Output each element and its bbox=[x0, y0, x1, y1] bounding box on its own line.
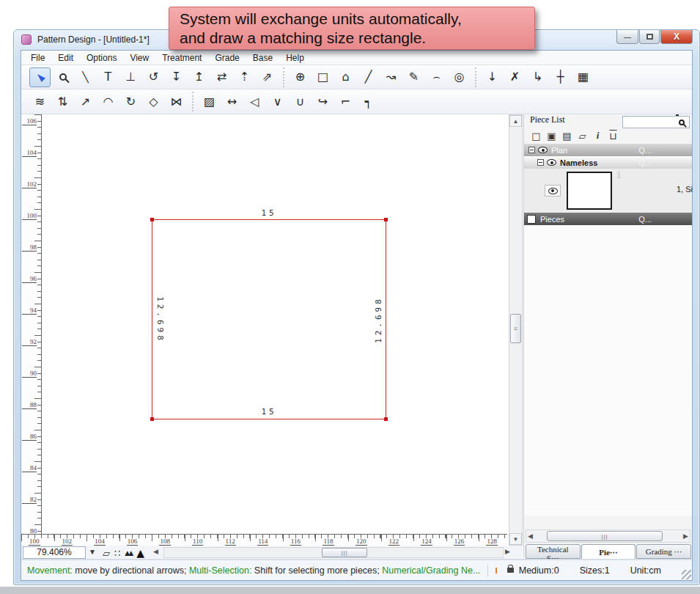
fold-tool[interactable]: ⋈ bbox=[166, 92, 187, 111]
scroll-left-button[interactable]: ◀ bbox=[528, 532, 533, 540]
visibility-eye-icon[interactable] bbox=[538, 147, 548, 153]
visibility-eye-icon[interactable] bbox=[547, 159, 556, 166]
skew-tool[interactable]: ⇗ bbox=[257, 67, 278, 87]
menu-view[interactable]: View bbox=[123, 51, 155, 65]
curve-tool[interactable]: ↝ bbox=[380, 67, 402, 87]
tab-technical-sheet[interactable]: Technical S⋯ bbox=[526, 544, 581, 559]
circle-dart-tool[interactable]: ∪ bbox=[290, 92, 311, 111]
piece-thumbnail[interactable] bbox=[567, 172, 612, 210]
panel-scroll-thumb[interactable]: ||| bbox=[547, 531, 663, 541]
select-tool[interactable]: ► bbox=[29, 67, 51, 87]
transform-box-tool[interactable]: ▦ bbox=[572, 67, 594, 87]
zoom-level-value[interactable]: 79.406% bbox=[23, 546, 86, 559]
move-y-tool[interactable]: ↥ bbox=[188, 67, 210, 87]
fan-dart-tool[interactable]: ∨ bbox=[267, 92, 288, 111]
tree-row-nameless[interactable]: Nameless Q... bbox=[524, 156, 692, 169]
canvas-horizontal-scrollbar[interactable]: ||| bbox=[163, 547, 504, 558]
main-area: 10610410210098969492908886848280 15 15 1… bbox=[21, 114, 692, 557]
line-tool[interactable]: ╱ bbox=[358, 67, 379, 87]
corner-handle[interactable] bbox=[150, 218, 154, 221]
notch-tool[interactable]: ⊥ bbox=[120, 67, 141, 87]
copy-drop-icon[interactable]: ▤ bbox=[559, 128, 575, 143]
copy-piece-icon[interactable]: ▣ bbox=[544, 128, 559, 143]
close-button[interactable]: X bbox=[660, 30, 693, 44]
rectangle-tool[interactable]: □ bbox=[312, 67, 334, 87]
scroll-left-button[interactable]: ◀ bbox=[153, 548, 158, 555]
scroll-right-button[interactable]: ▶ bbox=[683, 532, 688, 540]
shape-tool[interactable]: ◇ bbox=[143, 92, 164, 111]
rotate-left-tool[interactable]: ◁ bbox=[244, 92, 265, 111]
menu-help[interactable]: Help bbox=[279, 51, 311, 65]
scroll-right-button[interactable]: ▶ bbox=[505, 548, 510, 555]
piece-row[interactable]: 1 1, Si bbox=[524, 169, 692, 213]
tab-grading[interactable]: Grading ⋯ bbox=[636, 544, 691, 559]
zoom-tool[interactable] bbox=[52, 67, 73, 87]
drawing-canvas[interactable]: 15 15 12.698 12.698 bbox=[42, 114, 507, 534]
pencil-tool[interactable]: ✎ bbox=[403, 67, 424, 87]
tree-row-plan[interactable]: Plan Q... bbox=[524, 144, 692, 156]
ruler-label: 104 bbox=[94, 538, 106, 546]
corner-handle[interactable] bbox=[150, 417, 154, 421]
info-icon[interactable]: i bbox=[590, 128, 605, 143]
polygon-tool[interactable]: ⌂ bbox=[335, 67, 356, 87]
trash-icon[interactable]: ⊔ bbox=[605, 128, 621, 143]
corner-smooth-tool[interactable]: ┑ bbox=[358, 92, 379, 111]
split-tool[interactable]: ┼ bbox=[550, 67, 571, 87]
scroll-down-button[interactable]: ▼ bbox=[509, 533, 522, 545]
canvas-vertical-scrollbar[interactable]: ▲ ≡ ▼ bbox=[509, 114, 523, 546]
menu-grade[interactable]: Grade bbox=[208, 51, 246, 65]
swing-arc-tool[interactable]: ↪ bbox=[312, 92, 334, 111]
adjust-xy-tool[interactable]: ⇄ bbox=[211, 67, 232, 87]
corner-trim-tool[interactable]: ⌐ bbox=[335, 92, 356, 111]
curve-edit-tool[interactable]: ⌢ bbox=[426, 67, 447, 87]
pattern-rectangle[interactable]: 15 15 12.698 12.698 bbox=[152, 219, 386, 419]
zoom-out-mountain-icon[interactable]: ▲▲ bbox=[125, 550, 132, 557]
piece-search-input[interactable] bbox=[623, 118, 679, 127]
panel-horizontal-scrollbar[interactable]: ◀ ||| ▶ bbox=[526, 529, 690, 543]
corner-handle[interactable] bbox=[384, 218, 388, 221]
status-value: Medium:0 bbox=[519, 565, 559, 576]
pieces-checkbox[interactable] bbox=[527, 215, 536, 224]
tree-row-pieces[interactable]: Pieces Q... bbox=[524, 213, 692, 225]
circle-point-tool[interactable]: ⊕ bbox=[290, 67, 311, 87]
zoom-dropdown-arrow[interactable]: ▼ bbox=[89, 548, 96, 556]
rotate-tool[interactable]: ↺ bbox=[143, 67, 164, 87]
dart-move-tool[interactable]: ↗ bbox=[75, 92, 96, 111]
open-folder-icon[interactable]: ▱ bbox=[575, 128, 590, 143]
point-move-tool[interactable]: ⇡ bbox=[234, 67, 255, 87]
mirror-tool[interactable]: ▨ bbox=[199, 92, 220, 111]
scroll-up-button[interactable]: ▲ bbox=[509, 115, 522, 127]
horizontal-scroll-thumb[interactable]: ||| bbox=[322, 548, 367, 557]
menu-file[interactable]: File bbox=[24, 51, 51, 65]
minimize-button[interactable]: — bbox=[616, 30, 638, 44]
vertical-scroll-thumb[interactable]: ≡ bbox=[510, 314, 521, 343]
resize-grip[interactable] bbox=[682, 570, 691, 579]
corner-handle[interactable] bbox=[384, 417, 388, 421]
zoom-in-mountain-icon[interactable]: ▲ bbox=[136, 548, 144, 558]
fit-frame-icon[interactable]: ▱ bbox=[103, 549, 110, 558]
move-x-tool[interactable]: ↧ bbox=[166, 67, 187, 87]
corner-point-tool[interactable]: ↳ bbox=[527, 67, 548, 87]
zoom-extents-icon[interactable]: ∷ bbox=[114, 549, 120, 558]
insert-point-tool[interactable]: ↓ bbox=[482, 67, 503, 87]
collapse-icon[interactable] bbox=[528, 147, 535, 153]
menu-edit[interactable]: Edit bbox=[51, 51, 80, 65]
stretch-tool[interactable]: ↔ bbox=[221, 92, 243, 111]
piece-visibility-button[interactable] bbox=[545, 185, 561, 197]
curve-smooth-tool[interactable]: ≋ bbox=[29, 92, 51, 111]
delete-point-tool[interactable]: ✗ bbox=[504, 67, 526, 87]
measure-tool[interactable]: ╲ bbox=[75, 67, 96, 87]
restore-button[interactable] bbox=[639, 30, 660, 44]
text-tool[interactable]: T bbox=[97, 67, 119, 87]
menu-base[interactable]: Base bbox=[246, 51, 279, 65]
collapse-icon[interactable] bbox=[537, 159, 544, 166]
pleat-tool[interactable]: ⇅ bbox=[52, 92, 73, 111]
new-piece-icon[interactable]: □ bbox=[528, 128, 544, 143]
menu-options[interactable]: Options bbox=[80, 51, 123, 65]
menu-treatment[interactable]: Treatment bbox=[155, 51, 208, 65]
rotate-copy-tool[interactable]: ↻ bbox=[120, 92, 141, 111]
ruler-label: 116 bbox=[290, 538, 301, 546]
dart-arc-tool[interactable]: ◠ bbox=[97, 92, 119, 111]
tab-pieces[interactable]: Pie⋯ bbox=[581, 544, 636, 560]
target-tool[interactable]: ◎ bbox=[449, 67, 470, 87]
